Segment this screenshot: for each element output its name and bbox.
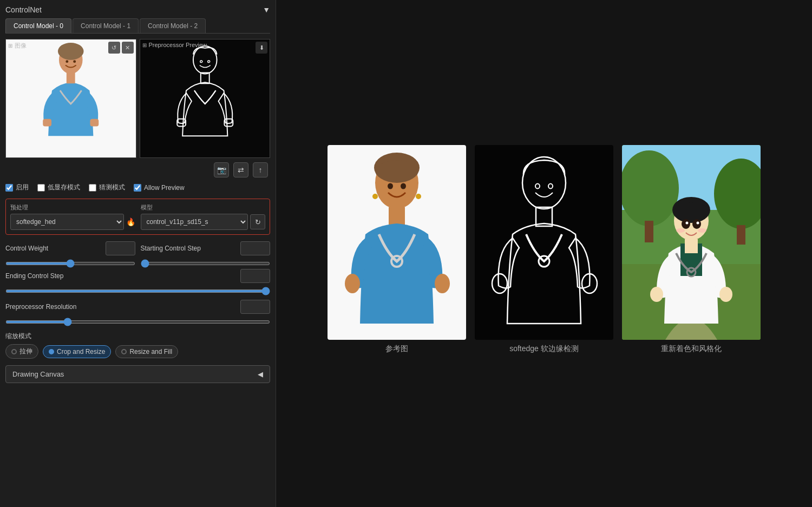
model-row: 预处理 softedge_hed 🔥 模型 control_v11p_sd15_…: [10, 203, 265, 230]
tabs-container: Control Model - 0 Control Model - 1 Cont…: [5, 18, 270, 34]
edge-image: [475, 145, 613, 340]
ending-step-slider[interactable]: [5, 289, 270, 293]
svg-point-19: [388, 183, 393, 189]
right-panel: 参考图: [276, 0, 812, 507]
svg-point-7: [193, 46, 217, 74]
tab-control-model-2[interactable]: Control Model - 2: [140, 18, 206, 33]
svg-rect-5: [43, 119, 51, 127]
starting-step-value[interactable]: 0: [240, 241, 270, 255]
radio-stretch[interactable]: 拉伸: [5, 344, 38, 359]
drawing-canvas-label: Drawing Canvas: [12, 370, 64, 378]
svg-point-48: [676, 228, 685, 233]
svg-point-23: [522, 157, 566, 209]
svg-point-17: [435, 274, 450, 293]
control-weight-row: Control Weight 1: [5, 241, 135, 255]
allow-preview-checkbox[interactable]: [134, 184, 141, 192]
low-vram-checkbox-item[interactable]: 低显存模式: [37, 183, 80, 192]
svg-point-21: [372, 194, 378, 199]
svg-point-25: [492, 274, 507, 293]
model-select[interactable]: control_v11p_sd15_s: [141, 214, 248, 230]
preview-image-label: ⊞ Preprocessor Preview: [142, 42, 207, 48]
edge-caption: softedge 软边缘检测: [509, 344, 579, 354]
reference-caption: 参考图: [385, 344, 408, 354]
image-row: ⊞ 图像 ↺ ✕: [5, 39, 270, 158]
close-source-btn[interactable]: ✕: [122, 42, 134, 54]
guess-mode-checkbox[interactable]: [89, 184, 96, 192]
svg-point-16: [345, 274, 360, 293]
preprocessor-select[interactable]: softedge_hed: [10, 214, 124, 230]
controlnet-title: ControlNet: [5, 5, 42, 14]
control-weight-label: Control Weight: [5, 245, 49, 252]
nurse-photo: [6, 39, 136, 157]
low-vram-checkbox[interactable]: [37, 184, 45, 192]
svg-rect-15: [389, 207, 405, 226]
model-col: 模型 control_v11p_sd15_s ↻: [141, 203, 266, 230]
preproc-res-value[interactable]: 512: [240, 300, 270, 314]
svg-point-47: [697, 221, 699, 224]
preproc-res-row: Preprocessor Resolution 512: [5, 300, 270, 314]
preprocessor-select-row: softedge_hed 🔥: [10, 214, 135, 230]
radio-dot-stretch: [11, 349, 17, 354]
guess-mode-checkbox-item[interactable]: 猜测模式: [89, 183, 125, 192]
low-vram-label: 低显存模式: [48, 183, 80, 192]
two-col-sliders: Control Weight 1 Starting Control Step 0: [5, 241, 270, 267]
model-label: 模型: [141, 203, 266, 212]
allow-preview-checkbox-item[interactable]: Allow Preview: [134, 184, 185, 192]
refresh-model-btn[interactable]: ↻: [250, 214, 265, 229]
drawing-canvas-icon: ◀: [258, 370, 263, 378]
anime-image: [622, 145, 761, 340]
result-image-edge: softedge 软边缘检测: [475, 145, 613, 354]
drawing-canvas-row[interactable]: Drawing Canvas ◀: [5, 365, 270, 383]
control-weight-slider[interactable]: [5, 262, 135, 265]
fire-icon: 🔥: [126, 218, 135, 226]
enable-checkbox-item[interactable]: 启用: [5, 183, 29, 192]
svg-point-20: [401, 183, 406, 189]
svg-point-49: [698, 228, 706, 233]
enable-label: 启用: [16, 183, 29, 192]
preview-image-controls: ⬇: [256, 42, 267, 54]
radio-crop-resize[interactable]: Crop and Resize: [43, 345, 111, 358]
action-row: 📷 ⇄ ↑: [5, 162, 270, 177]
svg-point-22: [416, 194, 421, 199]
refresh-source-btn[interactable]: ↺: [108, 42, 120, 54]
svg-point-41: [650, 287, 663, 302]
radio-dot-crop-resize: [49, 349, 54, 354]
svg-rect-35: [737, 225, 745, 245]
svg-rect-6: [90, 119, 99, 127]
preview-dark-bg: [140, 39, 270, 157]
radio-resize-fill[interactable]: Resize and Fill: [115, 345, 178, 358]
camera-btn[interactable]: 📷: [214, 162, 229, 177]
preview-image-box[interactable]: ⊞ Preprocessor Preview ⬇: [140, 39, 271, 158]
source-image-box[interactable]: ⊞ 图像 ↺ ✕: [5, 39, 136, 158]
svg-point-3: [66, 60, 68, 63]
scale-mode-section: 缩放模式 拉伸 Crop and Resize Resize and Fill: [5, 332, 270, 359]
svg-point-29: [548, 183, 553, 188]
preprocessor-col: 预处理 softedge_hed 🔥: [10, 203, 135, 230]
reference-image: [328, 145, 466, 340]
model-select-row: control_v11p_sd15_s ↻: [141, 214, 266, 230]
svg-point-28: [535, 183, 540, 188]
swap-btn[interactable]: ⇄: [233, 162, 248, 177]
svg-point-45: [692, 219, 701, 229]
model-selection-box: 预处理 softedge_hed 🔥 模型 control_v11p_sd15_…: [5, 199, 270, 235]
guess-mode-label: 猜测模式: [99, 183, 125, 192]
starting-step-slider[interactable]: [141, 262, 271, 265]
control-weight-value[interactable]: 1: [106, 241, 135, 255]
svg-point-44: [682, 219, 690, 229]
svg-point-42: [719, 287, 732, 302]
download-preview-btn[interactable]: ⬇: [256, 42, 267, 54]
tab-control-model-1[interactable]: Control Model - 1: [73, 18, 139, 33]
checkboxes-row: 启用 低显存模式 猜测模式 Allow Preview: [5, 183, 270, 192]
tab-control-model-0[interactable]: Control Model - 0: [5, 18, 71, 33]
enable-checkbox[interactable]: [5, 184, 13, 192]
upload-btn[interactable]: ↑: [253, 162, 268, 177]
collapse-button[interactable]: ▼: [263, 5, 270, 14]
svg-rect-40: [685, 239, 698, 253]
anime-caption: 重新着色和风格化: [661, 344, 722, 354]
svg-rect-34: [645, 221, 653, 242]
result-images-row: 参考图: [328, 145, 761, 354]
preproc-res-section: Preprocessor Resolution 512: [5, 300, 270, 325]
starting-step-row: Starting Control Step 0: [141, 241, 271, 255]
ending-step-value[interactable]: 1: [240, 269, 270, 283]
preproc-res-slider[interactable]: [5, 320, 270, 324]
